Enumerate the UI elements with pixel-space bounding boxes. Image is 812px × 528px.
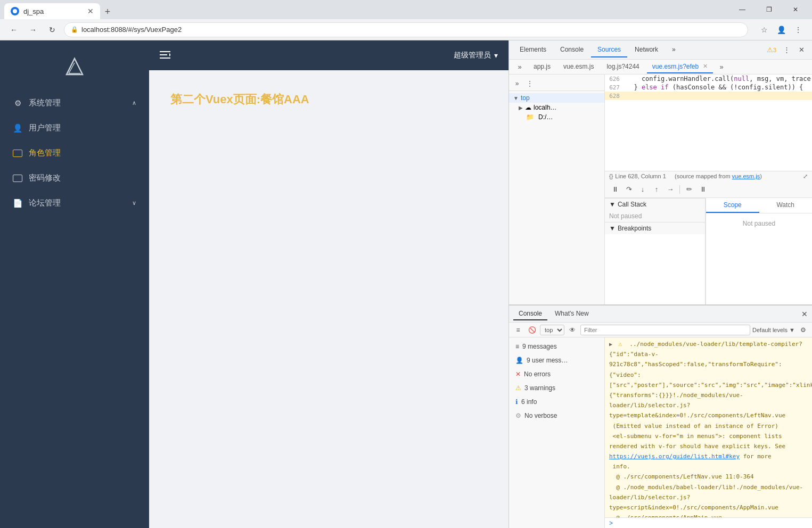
close-button[interactable]: ✕ bbox=[783, 2, 808, 17]
tab-console-main[interactable]: Console bbox=[513, 308, 547, 320]
address-bar: ← → ↻ 🔒 localhost:8088/#/sys/VuexPage2 ☆… bbox=[0, 19, 812, 40]
breakpoints-header[interactable]: ▼ Breakpoints bbox=[605, 222, 705, 234]
lock-icon: 🔒 bbox=[71, 26, 78, 33]
messages-icon: ≡ bbox=[515, 343, 519, 350]
sources-inner: » ⋮ ▼ top ▶ ☁ localh… 📁 D:/… bbox=[509, 75, 812, 304]
sidebar-item-system-mgmt[interactable]: ⚙ 系统管理 ∧ bbox=[0, 90, 149, 116]
console-eye-icon[interactable]: 👁 bbox=[567, 324, 578, 336]
console-close-button[interactable]: ✕ bbox=[801, 310, 808, 318]
expand-icon[interactable]: ▶ bbox=[609, 341, 612, 347]
file-tabs-more-icon[interactable]: » bbox=[715, 61, 728, 73]
tab-whats-new[interactable]: What's New bbox=[549, 308, 594, 320]
edit-breakpoints-button[interactable]: ✏ bbox=[683, 184, 695, 195]
tab-close-button[interactable]: ✕ bbox=[87, 7, 94, 15]
svg-point-0 bbox=[13, 9, 17, 13]
pause-resume-button[interactable]: ⏸ bbox=[609, 184, 621, 195]
tree-item-dir[interactable]: 📁 D:/… bbox=[509, 112, 604, 122]
role-icon bbox=[13, 150, 22, 157]
sidebar-item-forum-mgmt[interactable]: 📄 论坛管理 ∨ bbox=[0, 191, 149, 216]
warning-icon[interactable]: ⚠ 3 bbox=[765, 44, 778, 56]
not-paused-scope: Not paused bbox=[743, 220, 775, 227]
tab-elements[interactable]: Elements bbox=[513, 43, 553, 57]
address-right-controls: ☆ 👤 ⋮ bbox=[757, 22, 806, 37]
file-tree: » ⋮ ▼ top ▶ ☁ localh… 📁 D:/… bbox=[509, 75, 605, 304]
sources-file-tabs: » app.js vue.esm.js log.js?4244 vue.esm.… bbox=[509, 60, 812, 75]
tab-watch[interactable]: Watch bbox=[759, 198, 813, 213]
back-button[interactable]: ← bbox=[6, 22, 21, 37]
file-tab-vue-esm-efeb[interactable]: vue.esm.js?efeb ✕ bbox=[647, 61, 713, 73]
not-paused-text: Not paused bbox=[609, 212, 642, 220]
sidebar-item-label: 用户管理 bbox=[29, 123, 61, 133]
console-filter-input[interactable] bbox=[580, 325, 750, 335]
console-area: Console What's New ✕ ≡ 🚫 top 👁 Default l… bbox=[509, 304, 812, 528]
sidebar-item-label: No verbose bbox=[524, 412, 557, 419]
step-button[interactable]: → bbox=[665, 184, 676, 195]
tab-sources[interactable]: Sources bbox=[591, 43, 627, 57]
console-sidebar-toggle[interactable]: ≡ bbox=[512, 324, 524, 336]
user-icon: 👤 bbox=[13, 123, 22, 133]
file-tab-log[interactable]: log.js?4244 bbox=[601, 61, 644, 73]
file-tab-close-icon[interactable]: ✕ bbox=[703, 63, 708, 70]
tree-item-top[interactable]: ▼ top bbox=[509, 93, 604, 103]
user-messages-icon: 👤 bbox=[515, 357, 523, 364]
close-devtools-icon[interactable]: ✕ bbox=[795, 44, 808, 56]
chevron-up-icon: ∧ bbox=[132, 100, 136, 106]
pause-on-exceptions-button[interactable]: ⏸ bbox=[697, 184, 709, 195]
tree-toolbar: » ⋮ bbox=[509, 77, 604, 91]
tab-network[interactable]: Network bbox=[628, 43, 665, 57]
source-status-bar: {} Line 628, Column 1 (source mapped fro… bbox=[605, 171, 812, 182]
new-tab-button[interactable]: + bbox=[100, 4, 115, 19]
sidebar-item-role-mgmt[interactable]: 角色管理 bbox=[0, 141, 149, 166]
console-toolbar: ≡ 🚫 top 👁 Default levels ▼ ⚙ bbox=[509, 323, 812, 337]
sidebar-item-warnings[interactable]: ⚠ 3 warnings bbox=[509, 381, 604, 395]
tab-console[interactable]: Console bbox=[554, 43, 590, 57]
console-output-area: ▶ ⚠ ../node_modules/vue-loader/lib/templ… bbox=[605, 337, 812, 528]
profile-button[interactable]: 👤 bbox=[774, 22, 789, 37]
console-clear-button[interactable]: 🚫 bbox=[526, 324, 538, 336]
sidebar-item-user-messages[interactable]: 👤 9 user mess… bbox=[509, 353, 604, 367]
sidebar-item-user-mgmt[interactable]: 👤 用户管理 bbox=[0, 116, 149, 141]
tree-options-icon[interactable]: ⋮ bbox=[524, 78, 536, 89]
step-out-button[interactable]: ↑ bbox=[651, 184, 662, 195]
sidebar-item-info[interactable]: ℹ 6 info bbox=[509, 395, 604, 409]
sidebar-item-pwd-change[interactable]: 密码修改 bbox=[0, 166, 149, 191]
minimize-button[interactable]: — bbox=[730, 2, 754, 17]
forward-button[interactable]: → bbox=[26, 22, 40, 37]
bookmark-button[interactable]: ☆ bbox=[757, 22, 772, 37]
svg-rect-6 bbox=[160, 57, 170, 59]
tab-scope[interactable]: Scope bbox=[706, 198, 759, 213]
source-link[interactable]: vue.esm.js bbox=[732, 173, 760, 179]
maximize-button[interactable]: ❐ bbox=[757, 2, 781, 17]
active-tab[interactable]: dj_spa ✕ bbox=[4, 3, 100, 19]
call-stack-header[interactable]: ▼ Call Stack bbox=[605, 199, 705, 210]
tree-more-icon[interactable]: » bbox=[511, 78, 523, 89]
header-user[interactable]: 超级管理员 ▾ bbox=[454, 51, 498, 60]
tree-item-localhost[interactable]: ▶ ☁ localh… bbox=[509, 103, 604, 112]
sidebar-item-messages[interactable]: ≡ 9 messages bbox=[509, 340, 604, 353]
sidebar-item-verbose[interactable]: ⚙ No verbose bbox=[509, 409, 604, 423]
step-over-button[interactable]: ↷ bbox=[623, 184, 635, 195]
breakpoints-arrow: ▼ bbox=[609, 225, 616, 232]
tab-more[interactable]: » bbox=[666, 43, 682, 57]
console-prompt: > bbox=[605, 517, 812, 528]
console-settings-icon[interactable]: ⚙ bbox=[797, 324, 809, 336]
sidebar-logo bbox=[0, 40, 149, 90]
source-options-icon[interactable]: ⤢ bbox=[803, 173, 808, 180]
more-options-icon[interactable]: ⋮ bbox=[780, 44, 793, 56]
tab-favicon bbox=[11, 7, 19, 15]
sidebar-item-no-errors[interactable]: ✕ No errors bbox=[509, 367, 604, 381]
reload-button[interactable]: ↻ bbox=[45, 22, 60, 37]
url-bar[interactable]: 🔒 localhost:8088/#/sys/VuexPage2 bbox=[64, 22, 748, 37]
step-into-button[interactable]: ↓ bbox=[637, 184, 649, 195]
more-button[interactable]: ⋮ bbox=[791, 22, 806, 37]
file-tab-vue-esm[interactable]: vue.esm.js bbox=[558, 61, 599, 73]
collapse-icon[interactable] bbox=[160, 50, 170, 61]
vuejs-link[interactable]: https://vuejs.org/guide/list.html#key bbox=[609, 453, 740, 460]
warning-icon: ⚠ bbox=[618, 340, 622, 348]
file-tab-app-js[interactable]: app.js bbox=[528, 61, 556, 73]
console-context-select[interactable]: top bbox=[540, 325, 564, 335]
sources-more-icon[interactable]: » bbox=[513, 61, 526, 73]
sidebar-item-label: 9 user mess… bbox=[527, 357, 568, 364]
source-code-panel: 626 config.warnHandler.call(null, msg, v… bbox=[605, 75, 812, 182]
console-levels-select[interactable]: Default levels ▼ bbox=[752, 327, 795, 333]
